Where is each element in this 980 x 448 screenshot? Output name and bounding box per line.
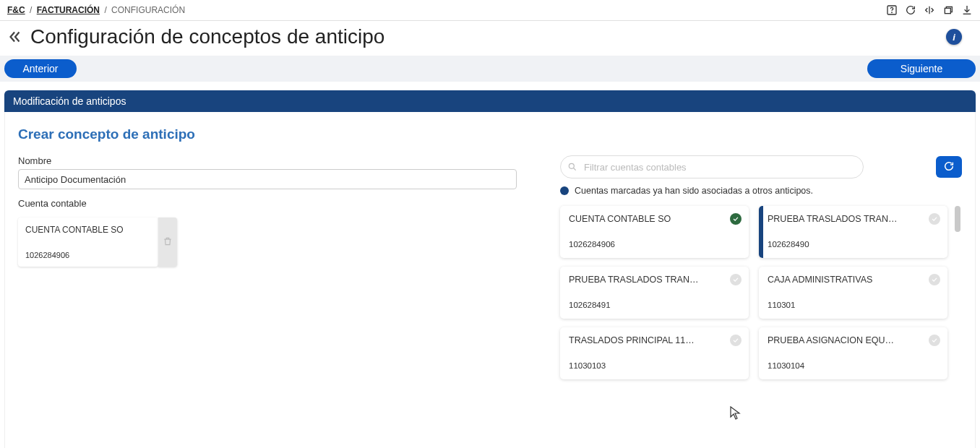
legend: Cuentas marcadas ya han sido asociadas a… <box>560 186 962 196</box>
download-icon[interactable] <box>961 4 973 16</box>
account-code: 110301 <box>768 301 939 309</box>
breadcrumb: F&C / FACTURACIÓN / CONFIGURACIÓN <box>7 5 185 15</box>
selected-account-code: 1026284906 <box>25 251 151 259</box>
account-card[interactable]: CUENTA CONTABLE SO1026284906 <box>560 206 749 258</box>
restore-window-icon[interactable] <box>942 4 954 16</box>
account-card[interactable]: PRUEBA TRASLADOS TRAN…102628491 <box>560 267 749 319</box>
section-heading: Crear concepto de anticipo <box>18 126 962 142</box>
check-icon <box>929 213 940 225</box>
svg-line-6 <box>574 168 576 171</box>
account-code: 11030103 <box>569 361 740 370</box>
remove-account-button[interactable] <box>158 217 177 267</box>
help-icon[interactable] <box>886 4 898 16</box>
account-label: Cuenta contable <box>18 198 517 209</box>
account-code: 11030104 <box>768 361 939 370</box>
accounts-column: Cuentas marcadas ya han sido asociadas a… <box>560 155 962 379</box>
info-icon[interactable]: i <box>946 29 962 45</box>
topbar: F&C / FACTURACIÓN / CONFIGURACIÓN <box>0 0 980 21</box>
account-code: 102628491 <box>569 301 740 309</box>
account-title: PRUEBA TRASLADOS TRAN… <box>569 275 740 285</box>
account-title: CUENTA CONTABLE SO <box>569 214 740 224</box>
check-icon <box>929 335 940 346</box>
check-icon <box>929 274 940 285</box>
selected-account-card: CUENTA CONTABLE SO 1026284906 <box>18 217 177 267</box>
reload-icon[interactable] <box>905 4 916 16</box>
filter-accounts-input[interactable] <box>560 155 864 178</box>
section-bar: Modificación de anticipos <box>4 90 976 112</box>
name-input[interactable] <box>18 169 517 189</box>
refresh-accounts-button[interactable] <box>936 156 962 178</box>
account-card[interactable]: TRASLADOS PRINCIPAL 11…11030103 <box>560 327 749 379</box>
form-column: Nombre Cuenta contable CUENTA CONTABLE S… <box>18 155 517 379</box>
search-icon <box>567 162 577 172</box>
topbar-actions <box>886 4 973 16</box>
navbar: Anterior Siguiente <box>0 56 980 82</box>
name-label: Nombre <box>18 155 517 166</box>
split-icon[interactable] <box>924 4 935 16</box>
account-title: TRASLADOS PRINCIPAL 11… <box>569 335 740 345</box>
accounts-scrollbar[interactable] <box>955 206 960 379</box>
legend-dot-icon <box>560 186 569 195</box>
refresh-icon <box>943 160 955 174</box>
legend-text: Cuentas marcadas ya han sido asociadas a… <box>575 186 813 196</box>
back-chevrons-icon[interactable] <box>7 29 23 45</box>
breadcrumb-current: CONFIGURACIÓN <box>111 5 185 15</box>
account-title: CAJA ADMINISTRATIVAS <box>768 275 939 285</box>
check-icon <box>730 213 742 225</box>
svg-point-5 <box>569 163 574 168</box>
account-card[interactable]: PRUEBA ASIGNACION EQU…11030104 <box>759 327 947 379</box>
check-icon <box>730 274 742 285</box>
svg-rect-3 <box>945 8 950 13</box>
title-row: Configuración de conceptos de anticipo i <box>0 21 980 56</box>
page-title: Configuración de conceptos de anticipo <box>30 25 384 48</box>
accounts-grid: CUENTA CONTABLE SO1026284906PRUEBA TRASL… <box>560 206 962 379</box>
account-code: 1026284906 <box>569 240 740 249</box>
check-icon <box>730 335 742 346</box>
breadcrumb-root[interactable]: F&C <box>7 5 25 15</box>
svg-point-1 <box>892 12 893 13</box>
account-code: 102628490 <box>768 240 939 249</box>
trash-icon <box>163 236 173 249</box>
breadcrumb-module[interactable]: FACTURACIÓN <box>37 5 100 15</box>
account-card[interactable]: CAJA ADMINISTRATIVAS110301 <box>759 267 947 319</box>
next-button[interactable]: Siguiente <box>867 59 976 78</box>
account-card[interactable]: PRUEBA TRASLADOS TRAN…102628490 <box>759 206 947 258</box>
account-title: PRUEBA ASIGNACION EQU… <box>768 335 939 345</box>
selected-account-title: CUENTA CONTABLE SO <box>25 225 151 235</box>
account-title: PRUEBA TRASLADOS TRAN… <box>768 214 939 224</box>
previous-button[interactable]: Anterior <box>4 59 77 78</box>
content-panel: Crear concepto de anticipo Nombre Cuenta… <box>4 112 976 448</box>
